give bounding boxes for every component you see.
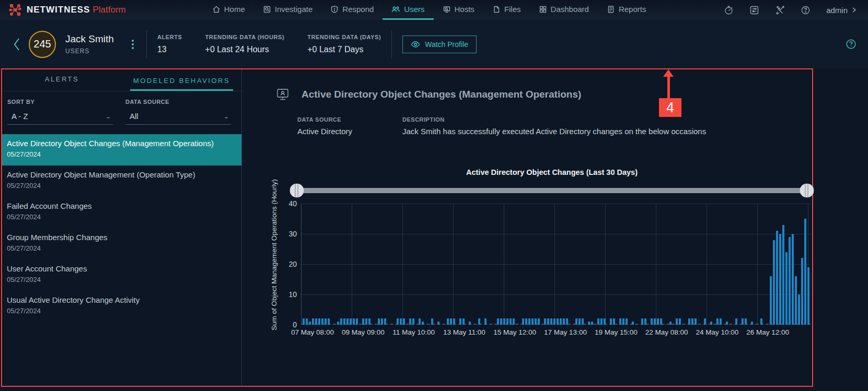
bar xyxy=(381,318,383,325)
bar xyxy=(770,276,772,325)
list-item[interactable]: User Account Changes 05/27/2024 xyxy=(2,259,241,291)
bar-chart: Sum of Object Management Operations (Hou… xyxy=(301,204,811,325)
bar xyxy=(500,318,502,325)
nav-label: Home xyxy=(224,5,245,14)
netwitness-logo-icon xyxy=(8,3,22,17)
bar xyxy=(503,318,505,325)
list-item[interactable]: Failed Account Changes 05/27/2024 xyxy=(2,197,241,228)
files-icon xyxy=(492,5,501,14)
behavior-date: 05/27/2024 xyxy=(7,213,235,221)
investigate-icon xyxy=(263,5,271,14)
risk-score-badge[interactable]: 245 xyxy=(29,31,56,58)
nav-item-reports[interactable]: Reports xyxy=(598,0,655,20)
bar xyxy=(660,318,662,325)
bar xyxy=(735,318,737,325)
slider-handle-right[interactable] xyxy=(800,184,814,198)
bar xyxy=(641,318,643,325)
stat-value: +0 Last 24 Hours xyxy=(205,45,285,54)
bar xyxy=(547,318,549,325)
list-filters: SORT BY A - Z ⌄ DATA SOURCE All ⌄ xyxy=(2,91,241,131)
list-item[interactable]: Active Directory Object Changes (Managem… xyxy=(2,134,241,165)
watch-profile-label: Watch Profile xyxy=(425,40,468,49)
tab-modeled-behaviors[interactable]: MODELED BEHAVIORS xyxy=(122,69,241,91)
bar xyxy=(397,318,399,325)
bar xyxy=(384,318,386,325)
list-item[interactable]: Group Membership Changes 05/27/2024 xyxy=(2,228,241,259)
bar xyxy=(462,318,465,325)
jobs-icon[interactable] xyxy=(749,5,759,15)
bar xyxy=(720,318,722,325)
chevron-down-icon: ⌄ xyxy=(224,113,229,120)
bar xyxy=(535,318,537,325)
watch-profile-button[interactable]: Watch Profile xyxy=(402,35,477,53)
nav-item-dashboard[interactable]: Dashboard xyxy=(530,0,598,20)
data-source-select[interactable]: All ⌄ xyxy=(125,110,231,125)
timer-icon[interactable] xyxy=(724,5,734,15)
list-item[interactable]: Usual Active Directory Change Activity 0… xyxy=(2,291,241,322)
nav-item-hosts[interactable]: Hosts xyxy=(434,0,483,20)
bar xyxy=(557,318,559,325)
data-source-label: DATA SOURCE xyxy=(297,116,352,123)
nav-item-respond[interactable]: Respond xyxy=(321,0,383,20)
reports-icon xyxy=(607,5,615,14)
data-source-value: Active Directory xyxy=(297,127,352,136)
slider-handle-left[interactable] xyxy=(290,184,304,198)
bar xyxy=(340,318,342,325)
bar xyxy=(447,318,449,325)
tools-icon[interactable] xyxy=(775,5,785,15)
user-screen-icon xyxy=(275,87,290,102)
behavior-date: 05/27/2024 xyxy=(7,150,235,158)
nav-item-home[interactable]: Home xyxy=(203,0,254,20)
nav-label: Reports xyxy=(619,5,646,14)
bar xyxy=(409,318,411,325)
bar xyxy=(318,318,320,325)
context-help-icon[interactable] xyxy=(846,39,857,50)
kebab-menu-icon[interactable] xyxy=(130,38,136,51)
list-item[interactable]: Active Directory Object Management (Oper… xyxy=(2,165,241,197)
bar xyxy=(742,318,744,325)
sort-by-filter: SORT BY A - Z ⌄ xyxy=(7,99,113,125)
risk-score-value: 245 xyxy=(33,38,51,50)
data-source-value: All xyxy=(130,112,138,121)
behavior-date: 05/27/2024 xyxy=(7,182,235,189)
tab-alerts[interactable]: ALERTS xyxy=(2,69,122,91)
bar xyxy=(453,318,455,325)
bar xyxy=(679,318,681,325)
bar xyxy=(582,318,584,325)
nav-item-files[interactable]: Files xyxy=(483,0,530,20)
stat-value: 13 xyxy=(157,45,182,54)
user-menu[interactable]: admin xyxy=(826,6,857,15)
brand: NETWITNESS Platform xyxy=(8,0,126,20)
annotation-step-badge: 4 xyxy=(659,98,681,117)
nav-label: Users xyxy=(404,5,424,14)
bar xyxy=(804,219,806,325)
bar xyxy=(688,318,690,325)
users-icon xyxy=(391,5,400,14)
sort-by-select[interactable]: A - Z ⌄ xyxy=(7,110,113,125)
behavior-date: 05/27/2024 xyxy=(7,244,235,252)
description-value: Jack Smith has successfully executed Act… xyxy=(402,127,706,136)
bar xyxy=(575,318,577,325)
bar xyxy=(566,318,568,325)
nav-item-users[interactable]: Users xyxy=(383,0,433,20)
back-button[interactable] xyxy=(13,37,20,52)
user-name: admin xyxy=(826,6,848,15)
stat-label: TRENDING DATA (HOURS) xyxy=(205,34,285,40)
stat-value: +0 Last 7 Days xyxy=(307,45,381,54)
nav-item-investigate[interactable]: Investigate xyxy=(254,0,322,20)
bar xyxy=(550,318,552,325)
profile-header: 245 Jack Smith USERS ALERTS 13 TRENDING … xyxy=(0,20,868,68)
help-icon[interactable] xyxy=(801,5,811,15)
bar xyxy=(368,318,371,325)
bar xyxy=(362,318,364,325)
bar xyxy=(531,318,534,325)
time-range-slider[interactable] xyxy=(292,188,812,193)
bar xyxy=(704,318,706,325)
bar xyxy=(328,318,330,325)
profile-stats: ALERTS 13 TRENDING DATA (HOURS) +0 Last … xyxy=(157,34,381,54)
stat-label: ALERTS xyxy=(157,34,182,40)
bar xyxy=(785,252,788,325)
nav-label: Hosts xyxy=(455,5,474,14)
y-axis-label: Sum of Object Management Operations (Hou… xyxy=(270,179,278,331)
bar xyxy=(610,318,612,325)
